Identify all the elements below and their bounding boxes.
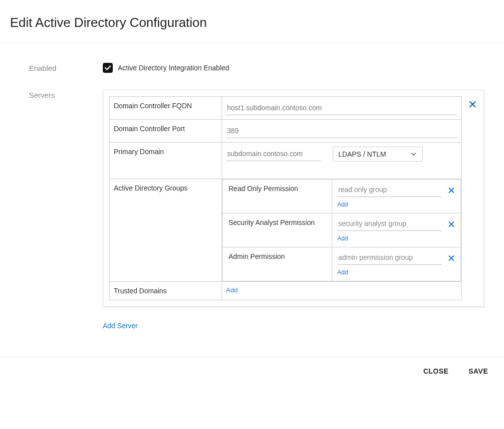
primary-domain-input[interactable]: [226, 147, 321, 161]
perm-security-analyst-label: Security Analyst Permission: [223, 214, 332, 247]
port-label: Domain Controller Port: [110, 120, 222, 142]
remove-admin-group-button[interactable]: [447, 254, 456, 263]
chevron-down-icon: [410, 151, 417, 158]
server-card: Domain Controller FQDN Domain Controller…: [103, 90, 484, 307]
security-analyst-group-input[interactable]: [337, 217, 442, 231]
close-icon: [448, 255, 455, 261]
auth-method-value: LDAPS / NTLM: [338, 150, 386, 158]
close-button[interactable]: CLOSE: [423, 367, 449, 375]
trusted-domains-label: Trusted Domains: [110, 282, 222, 300]
add-trusted-domain-link[interactable]: Add: [226, 286, 238, 294]
perm-read-only-label: Read Only Permission: [223, 180, 332, 213]
add-admin-group-link[interactable]: Add: [337, 269, 348, 276]
add-security-analyst-group-link[interactable]: Add: [337, 235, 348, 242]
page-title: Edit Active Directory Configuration: [0, 0, 504, 42]
port-input[interactable]: [226, 124, 457, 138]
save-button[interactable]: SAVE: [469, 367, 488, 375]
read-only-group-input[interactable]: [337, 184, 442, 197]
enabled-checkbox[interactable]: [103, 63, 113, 73]
checkmark-icon: [104, 64, 111, 71]
enabled-checkbox-label: Active Directory Integration Enabled: [118, 64, 229, 72]
close-icon: [448, 221, 455, 227]
close-icon: [448, 187, 455, 194]
remove-security-analyst-group-button[interactable]: [447, 220, 456, 229]
add-read-only-group-link[interactable]: Add: [337, 201, 348, 208]
primary-domain-label: Primary Domain: [110, 143, 222, 179]
enabled-label: Enabled: [29, 63, 103, 72]
fqdn-label: Domain Controller FQDN: [110, 97, 222, 119]
add-server-link[interactable]: Add Server: [103, 322, 138, 330]
fqdn-input[interactable]: [226, 101, 457, 115]
perm-admin-label: Admin Permission: [223, 247, 332, 281]
ad-groups-label: Active Directory Groups: [110, 179, 222, 281]
servers-label: Servers: [29, 90, 103, 99]
auth-method-select[interactable]: LDAPS / NTLM: [333, 147, 423, 162]
admin-group-input[interactable]: [337, 251, 442, 265]
delete-server-button[interactable]: [468, 100, 478, 108]
close-icon: [469, 100, 477, 108]
remove-read-only-group-button[interactable]: [447, 186, 456, 195]
